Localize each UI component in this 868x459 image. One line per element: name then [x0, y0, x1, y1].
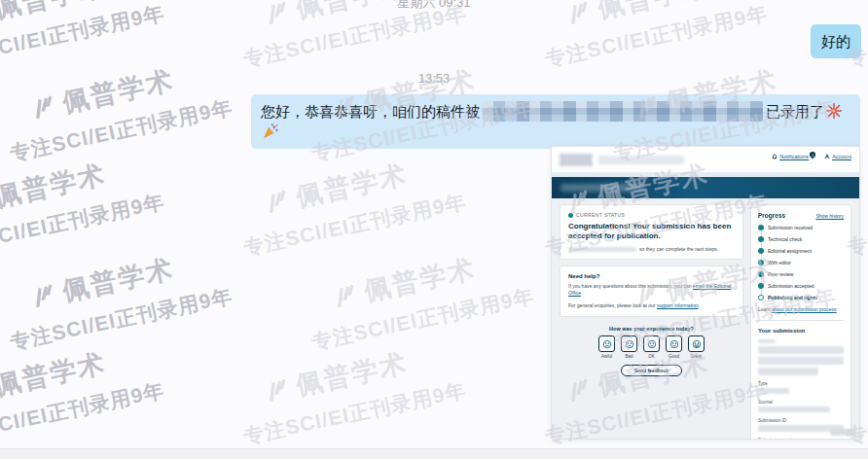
received-message-bubble[interactable]: 您好，恭喜恭喜呀，咱们的稿件被已录用了 [251, 94, 860, 149]
submission-title-field [758, 339, 844, 375]
account-link: Account [824, 154, 851, 159]
send-feedback-button: Send feedback [621, 365, 682, 376]
journal-label: Journal [758, 400, 844, 405]
feedback-great-label: Great [688, 354, 705, 359]
manuscript-title-banner [552, 177, 859, 198]
step-label: Publishing and rights [768, 295, 817, 300]
learn-text: Learn [758, 306, 772, 312]
redacted-nav-items [598, 156, 684, 164]
good-face-icon [669, 339, 679, 349]
step-label: With editor [768, 260, 791, 265]
redacted-site-logo [560, 154, 593, 166]
party-popper-emoji [262, 123, 279, 140]
help-line2-text: For general enquiries, please look at ou… [568, 302, 657, 308]
feedback-awful-label: Awful [598, 354, 616, 359]
message-timestamp: 13:53 [0, 71, 868, 86]
feedback-question: How was your experience today? [560, 326, 743, 332]
feedback-awful-button [598, 335, 615, 352]
current-status-card: CURRENT STATUS Congratulations! Your sub… [560, 204, 743, 260]
progress-step-current: Publishing and rights [758, 295, 844, 300]
pep-logo-icon [863, 185, 868, 220]
step-done-icon [758, 236, 764, 242]
conversation-date-timestamp: 星期六 09:31 [0, 0, 868, 12]
awful-face-icon [602, 339, 612, 349]
watermark-brand: 佩普学术 [361, 251, 479, 308]
notifications-link: Notifications 1 [772, 154, 815, 159]
watermark-brand: 佩普学术 [59, 251, 177, 308]
feedback-good-label: Good [666, 354, 683, 359]
type-label: Type [758, 381, 844, 386]
help-line2-period: . [699, 302, 700, 308]
feedback-ok-button [643, 335, 660, 352]
redacted-title-value [758, 368, 818, 375]
embedded-screenshot-image[interactable]: Notifications 1 Account CURRENT STATUS C… [551, 146, 860, 440]
step-label: Submission accepted [768, 283, 814, 289]
progress-step: With editor [758, 260, 844, 265]
received-message-suffix: 已录用了 [766, 103, 824, 120]
notifications-badge: 1 [810, 152, 815, 158]
submission-id-label: Submission ID [758, 418, 844, 423]
watermark-tile: 佩普学术专注SCI/EI正刊录用9年 [862, 329, 868, 437]
divider [758, 320, 844, 321]
account-label: Account [832, 154, 851, 159]
step-done-icon [758, 260, 764, 265]
feedback-bad-button [621, 335, 637, 352]
feedback-bad-label: Bad [621, 354, 638, 359]
redacted-field-label [758, 339, 776, 343]
redacted-recipient-text [568, 247, 636, 252]
pep-logo-icon [260, 373, 295, 408]
watermark-tile: 佩普学术专注SCI/EI正刊录用9年 [0, 140, 192, 248]
watermark-tile: 佩普学术专注SCI/EI正刊录用9年 [862, 140, 868, 248]
type-field: Type [758, 381, 844, 394]
step-label: Technical check [768, 236, 802, 242]
progress-step: Technical check [758, 236, 844, 242]
sent-message-bubble[interactable]: 好的 [811, 24, 861, 58]
redacted-title-value [758, 357, 844, 365]
watermark-brand: 佩普学术 [0, 157, 109, 214]
watermark-tile: 佩普学术专注SCI/EI正刊录用9年 [259, 329, 494, 437]
redacted-chat-widget [830, 429, 853, 436]
great-face-icon [692, 339, 702, 349]
need-help-card: Need help? If you have any questions abo… [560, 265, 743, 317]
step-label: Submission received [768, 225, 813, 230]
acceptance-heading: Congratulations! Your submission has bee… [568, 222, 735, 241]
bell-icon [772, 154, 778, 159]
show-history-link: Show history [815, 213, 844, 219]
watermark-tile: 佩普学术专注SCI/EI正刊录用9年 [25, 46, 261, 154]
status-subtext: so they can complete the next steps. [639, 246, 718, 252]
step-done-icon [758, 248, 764, 254]
redacted-journal-value [758, 406, 830, 412]
watermark-tile: 佩普学术专注SCI/EI正刊录用9年 [327, 234, 562, 342]
progress-card: Progress Show history Submission receive… [750, 204, 851, 440]
person-icon [824, 154, 830, 159]
watermark-tile: 佩普学术专注SCI/EI正刊录用9年 [259, 140, 494, 248]
bad-face-icon [625, 339, 634, 349]
watermark-tagline: 专注SCI/EI正刊录用9年 [309, 282, 537, 356]
feedback-great-button [688, 335, 705, 352]
screenshot-site-header: Notifications 1 Account [552, 147, 859, 172]
redacted-type-value [758, 388, 789, 394]
submission-process-link: about our submission process [772, 306, 836, 312]
progress-step: Peer review [758, 271, 844, 277]
pep-logo-icon [26, 90, 61, 125]
chat-input-area-edge[interactable] [0, 448, 868, 459]
pep-logo-icon [260, 185, 295, 220]
step-label: Editorial assignment [768, 248, 812, 254]
progress-step: Submission accepted [758, 283, 844, 289]
journal-field: Journal [758, 400, 844, 412]
watermark-brand: 佩普学术 [293, 157, 411, 214]
submission-version-field: Submission version [758, 438, 844, 440]
pep-logo-icon [26, 279, 61, 314]
progress-step: Editorial assignment [758, 248, 844, 254]
your-submission-title: Your submission [758, 328, 844, 334]
step-label: Peer review [768, 271, 793, 277]
watermark-tagline: 专注SCI/EI正刊录用9年 [0, 376, 167, 450]
progress-step: Submission received [758, 225, 844, 230]
watermark-tile: 佩普学术专注SCI/EI正刊录用9年 [0, 329, 192, 437]
redacted-manuscript-title [561, 184, 644, 192]
redacted-title-value [758, 346, 844, 354]
watermark-tagline: 专注SCI/EI正刊录用9年 [0, 188, 167, 262]
current-status-label: CURRENT STATUS [576, 212, 625, 218]
watermark-tile: 佩普学术专注SCI/EI正刊录用9年 [25, 234, 261, 342]
step-current-icon [758, 295, 764, 300]
